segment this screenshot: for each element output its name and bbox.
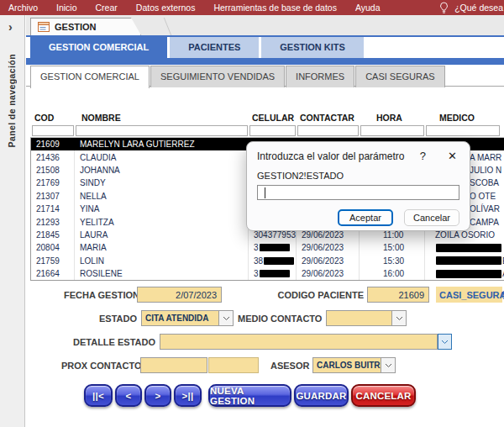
filter-cell-hora[interactable] xyxy=(360,125,424,136)
main-tab-gestion-comercial[interactable]: GESTION COMERCIAL xyxy=(30,37,167,58)
filter-cell-nombre[interactable] xyxy=(76,125,248,136)
nueva-gestion-button[interactable]: NUEVA GESTION xyxy=(208,384,291,407)
codigo-paciente-label: CODIGO PACIENTE xyxy=(276,290,364,300)
ribbon-menu-crear[interactable]: Crear xyxy=(96,3,118,13)
cell-nombre: YINA xyxy=(75,203,249,215)
main-tab-strip: GESTION COMERCIALPACIENTESGESTION KITS xyxy=(26,37,504,58)
estado-combo[interactable]: CITA ATENDIDA xyxy=(141,310,234,326)
prox-contacto-time-field[interactable] xyxy=(208,357,259,373)
tab-accent-strip xyxy=(26,58,504,65)
tab-edge-divider xyxy=(164,18,171,35)
column-header-hora: HORA xyxy=(376,113,402,123)
redaction-bar xyxy=(436,244,501,252)
dialog-title: Introduzca el valor del parámetro xyxy=(257,150,404,162)
lightbulb-icon[interactable] xyxy=(439,2,449,14)
sub-tab-casi-seguras[interactable]: CASI SEGURAS xyxy=(355,66,445,87)
detalle-estado-field[interactable] xyxy=(160,334,438,350)
cell-nombre: CLAUDIA xyxy=(75,150,249,163)
asesor-label: ASESOR xyxy=(270,361,304,371)
cell-contactar: 29/06/2023 xyxy=(297,267,360,280)
cell-nombre: JOHANNA xyxy=(75,164,249,177)
fecha-gestion-field[interactable]: 2/07/2023 xyxy=(137,287,222,303)
asesor-value: CARLOS BUITRAG xyxy=(313,361,381,370)
table-row[interactable]: 20804MARIA329/06/202315:00 xyxy=(31,241,504,254)
guardar-button[interactable]: GUARDAR xyxy=(294,384,349,407)
next-record-button[interactable]: > xyxy=(144,384,171,407)
cell-nombre: NELLA xyxy=(75,190,249,203)
parameter-input[interactable] xyxy=(257,185,459,200)
cell-cod: 21845 xyxy=(31,229,75,241)
chevron-down-icon[interactable] xyxy=(218,311,233,325)
form-icon xyxy=(38,22,50,32)
previous-record-button[interactable]: < xyxy=(115,384,142,407)
cell-hora: 15:00 xyxy=(360,241,425,254)
ribbon-bar: ArchivoInicioCrearDatos externosHerramie… xyxy=(0,0,504,15)
prox-contacto-label: PROX CONTACTO xyxy=(61,361,133,371)
cell-contactar: 29/06/2023 xyxy=(297,241,360,254)
filter-cell-contactar[interactable] xyxy=(297,125,359,136)
cell-hora: 16:00 xyxy=(360,267,425,280)
navigation-pane-collapsed[interactable]: › Panel de navegación xyxy=(0,15,25,427)
codigo-paciente-field[interactable]: 21609 xyxy=(367,287,429,303)
ribbon-menu-ayuda[interactable]: Ayuda xyxy=(355,3,381,13)
column-header-contactar: CONTACTAR xyxy=(300,113,354,123)
ribbon-menu-datos-externos[interactable]: Datos externos xyxy=(136,3,196,13)
redaction-bar xyxy=(436,256,501,265)
ribbon-menu-inicio[interactable]: Inicio xyxy=(56,3,77,13)
cell-medico: E xyxy=(425,255,504,267)
ribbon-menus: ArchivoInicioCrearDatos externosHerramie… xyxy=(0,3,381,13)
detalle-estado-dropdown-button[interactable] xyxy=(438,334,452,350)
filter-cell-medico[interactable] xyxy=(426,125,500,136)
cell-celular: 3 xyxy=(249,241,297,254)
main-tab-gestion-kits[interactable]: GESTION KITS xyxy=(261,37,364,58)
close-icon[interactable]: ✕ xyxy=(448,150,457,162)
cell-medico: Á xyxy=(425,267,504,280)
cell-nombre: MARELYN LARA GUTIERREZ xyxy=(75,138,249,150)
cell-cod: 21436 xyxy=(31,150,75,163)
medio-contacto-combo[interactable] xyxy=(326,310,407,326)
document-tab-gestion[interactable]: GESTION xyxy=(30,18,141,35)
column-header-medico: MEDICO xyxy=(439,113,475,123)
filter-cell-celular[interactable] xyxy=(249,125,296,136)
sub-tab-seguimiento-vendidas[interactable]: SEGUIMIENTO VENDIDAS xyxy=(150,66,285,87)
expand-pane-chevron-icon[interactable]: › xyxy=(8,20,13,34)
cell-cod: 21508 xyxy=(31,164,75,177)
redaction-bar xyxy=(264,257,294,265)
cell-cod: 21609 xyxy=(31,138,75,150)
sub-tab-strip: GESTION COMERCIALSEGUIMIENTO VENDIDASINF… xyxy=(26,65,504,87)
detalle-estado-label: DETALLE ESTADO xyxy=(62,337,155,347)
ribbon-menu-archivo[interactable]: Archivo xyxy=(8,3,38,13)
document-tab-label: GESTION xyxy=(55,22,97,32)
table-row[interactable]: 21664ROSILENE329/06/202316:00Á xyxy=(31,267,504,280)
estado-label: ESTADO xyxy=(92,314,137,324)
sub-tab-informes[interactable]: INFORMES xyxy=(286,66,354,87)
aceptar-button[interactable]: Aceptar xyxy=(338,209,393,226)
cell-nombre: ROSILENE xyxy=(75,267,249,280)
cell-cod: 21664 xyxy=(31,267,75,280)
help-icon[interactable]: ? xyxy=(420,150,426,162)
asesor-combo[interactable]: CARLOS BUITRAG xyxy=(312,357,396,373)
cell-cod: 21769 xyxy=(31,177,75,189)
cell-celular: 38 xyxy=(249,255,297,267)
cancelar-button[interactable]: CANCELAR xyxy=(351,384,416,407)
chevron-down-icon[interactable] xyxy=(381,358,395,372)
estado-value: CITA ATENDIDA xyxy=(142,314,218,323)
prox-contacto-date-field[interactable] xyxy=(140,357,207,373)
chevron-down-icon[interactable] xyxy=(391,311,406,325)
cell-celular: 3 xyxy=(249,267,297,280)
sub-tab-gestion-comercial[interactable]: GESTION COMERCIAL xyxy=(30,66,150,88)
tell-me-search[interactable]: ¿Qué desea xyxy=(454,3,503,13)
medio-contacto-label: MEDIO CONTACTO xyxy=(238,314,322,324)
cell-contactar: 29/06/2023 xyxy=(297,255,360,267)
parameter-dialog: Introduzca el valor del parámetro ? ✕ GE… xyxy=(246,141,470,231)
cancelar-dialog-button[interactable]: Cancelar xyxy=(404,209,459,226)
casi-seguras-link[interactable]: CASI_SEGURAS xyxy=(436,287,502,303)
cell-cod: 21759 xyxy=(31,255,75,267)
cell-cod: 21714 xyxy=(31,203,75,215)
first-record-button[interactable]: ||< xyxy=(84,384,113,407)
last-record-button[interactable]: >|| xyxy=(174,384,202,407)
main-tab-pacientes[interactable]: PACIENTES xyxy=(170,37,259,58)
filter-cell-cod[interactable] xyxy=(32,125,74,136)
ribbon-menu-herramientas-de-base-de-datos[interactable]: Herramientas de base de datos xyxy=(213,3,337,13)
table-row[interactable]: 21759LOLIN3829/06/202315:30E xyxy=(31,255,504,267)
